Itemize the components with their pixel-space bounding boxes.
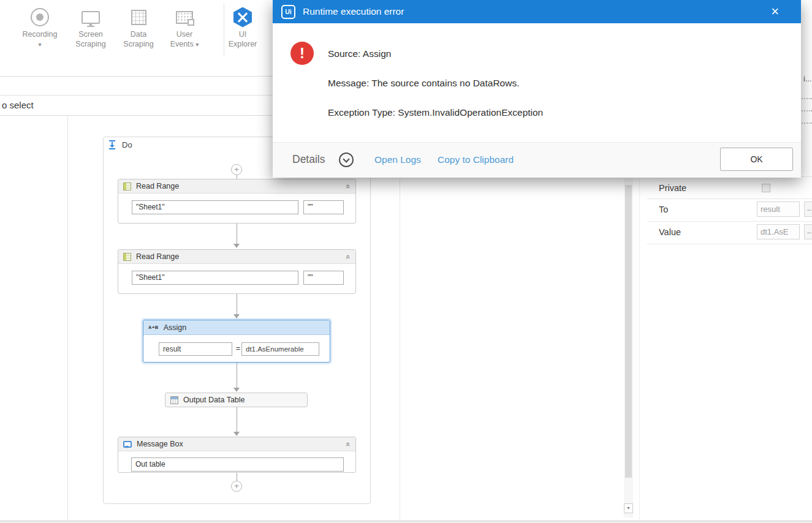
divider: [0, 76, 274, 77]
add-activity-button[interactable]: +: [231, 481, 242, 492]
equals-sign: =: [236, 344, 240, 353]
user-events-icon: [176, 11, 193, 24]
scroll-down-button[interactable]: ▼: [624, 503, 633, 513]
breadcrumb-partial-text: o select: [2, 100, 34, 110]
sequence-icon: [108, 140, 116, 149]
dialog-footer: Details Open Logs Copy to Clipboard OK: [273, 142, 801, 178]
property-to-input[interactable]: result: [757, 201, 800, 217]
activity-read-range-2[interactable]: Read Range « "Sheet1" "": [118, 249, 356, 294]
activity-title: Message Box: [137, 440, 183, 448]
assign-icon: A+B: [148, 325, 159, 330]
data-scraping-icon: [131, 10, 146, 25]
do-sequence-label: Do: [122, 140, 132, 149]
collapse-icon[interactable]: «: [344, 254, 353, 258]
runtime-error-dialog: Ui Runtime execution error × ! Source: A…: [273, 0, 801, 178]
divider: [647, 244, 812, 244]
panel-divider: [639, 179, 640, 521]
read-range-icon: [123, 182, 131, 190]
divider: [0, 95, 273, 96]
sheet-name-input[interactable]: "Sheet1": [132, 271, 298, 285]
activity-title: Read Range: [136, 252, 179, 261]
scrollbar-thumb[interactable]: [625, 185, 632, 478]
vertical-scrollbar[interactable]: ▼: [624, 179, 633, 517]
ribbon-button-recording[interactable]: Recording ▾: [16, 5, 64, 58]
screen-scraping-icon: [82, 11, 100, 24]
assign-to-input[interactable]: result: [159, 342, 232, 356]
activity-output-data-table[interactable]: Output Data Table: [165, 393, 308, 407]
screen-scraping-label-1: Screen: [78, 30, 103, 39]
user-events-label-1: User: [176, 30, 192, 39]
private-checkbox[interactable]: [762, 184, 770, 192]
caret-down-icon: ▾: [38, 41, 41, 48]
error-icon: !: [290, 42, 314, 65]
divider: [0, 115, 274, 116]
assign-value-input[interactable]: dt1.AsEnumerable: [241, 342, 319, 356]
divider: [647, 198, 812, 199]
connector-line: [237, 473, 237, 481]
dialog-title: Runtime execution error: [303, 6, 771, 17]
details-toggle[interactable]: Details: [292, 153, 325, 166]
screen-scraping-label-2: Scraping: [75, 40, 105, 48]
data-scraping-label-1: Data: [131, 30, 146, 39]
divider: [647, 221, 812, 222]
read-range-icon: [123, 253, 131, 261]
ui-explorer-icon: [233, 7, 252, 28]
uipath-logo-icon: Ui: [281, 5, 295, 19]
data-scraping-label-2: Scraping: [123, 40, 153, 48]
copy-to-clipboard-link[interactable]: Copy to Clipboard: [438, 154, 514, 165]
connector-line: [237, 407, 237, 432]
recording-icon: [31, 8, 49, 26]
property-label-private: Private: [659, 183, 686, 193]
details-chevron-icon[interactable]: [339, 152, 354, 167]
collapse-icon[interactable]: «: [344, 442, 353, 446]
uipath-studio-window: Recording ▾ Screen Scraping Data Scrapin…: [0, 0, 812, 523]
message-text-input[interactable]: Out table: [131, 457, 344, 472]
output-data-table-icon: [170, 396, 178, 404]
property-to-expand-button[interactable]: ...: [804, 201, 812, 217]
collapse-icon[interactable]: «: [344, 184, 353, 188]
ribbon-button-screen-scraping[interactable]: Screen Scraping: [69, 5, 113, 58]
error-exception-text: Exception Type: System.InvalidOperationE…: [328, 107, 543, 118]
panel-divider: [400, 179, 400, 521]
ribbon-button-ui-explorer[interactable]: UI Explorer: [224, 5, 261, 58]
property-value-expand-button[interactable]: ...: [804, 224, 812, 239]
properties-partial-text: i...: [803, 74, 812, 83]
property-value-input[interactable]: dt1.AsE: [757, 224, 800, 239]
ribbon-button-data-scraping[interactable]: Data Scraping: [118, 5, 159, 58]
panel-divider: [67, 116, 68, 521]
property-label-to: To: [659, 205, 668, 214]
caret-down-icon: ▾: [195, 41, 199, 48]
activity-read-range-1[interactable]: Read Range « "Sheet1" "": [118, 179, 356, 224]
dialog-titlebar: Ui Runtime execution error ×: [273, 0, 801, 23]
open-logs-link[interactable]: Open Logs: [374, 154, 421, 165]
range-input[interactable]: "": [303, 271, 344, 285]
error-source-text: Source: Assign: [328, 48, 391, 59]
activity-title: Output Data Table: [183, 396, 245, 404]
scroll-down-icon: ▼: [626, 506, 631, 510]
recording-label: Recording: [23, 30, 58, 39]
close-icon[interactable]: ×: [771, 5, 779, 18]
connector-line: [237, 224, 237, 244]
property-label-value: Value: [659, 227, 681, 237]
connector-line: [237, 363, 237, 388]
activity-message-box[interactable]: Message Box « Out table: [118, 437, 356, 473]
error-message-text: Message: The source contains no DataRows…: [328, 78, 519, 89]
ui-explorer-label-1: UI: [239, 30, 247, 39]
add-activity-button[interactable]: +: [231, 164, 242, 175]
message-box-icon: [123, 441, 132, 448]
activity-title: Read Range: [136, 182, 179, 190]
user-events-label-2: Events: [170, 40, 194, 48]
sheet-name-input[interactable]: "Sheet1": [132, 200, 298, 214]
connector-line: [237, 294, 237, 314]
range-input[interactable]: "": [303, 200, 344, 214]
ribbon-button-user-events[interactable]: User Events ▾: [162, 5, 207, 58]
activity-title: Assign: [164, 323, 187, 332]
status-bar: [0, 521, 812, 523]
activity-assign[interactable]: A+B Assign result = dt1.AsEnumerable: [143, 320, 330, 363]
ok-button[interactable]: OK: [720, 148, 793, 171]
ui-explorer-label-2: Explorer: [229, 40, 257, 48]
